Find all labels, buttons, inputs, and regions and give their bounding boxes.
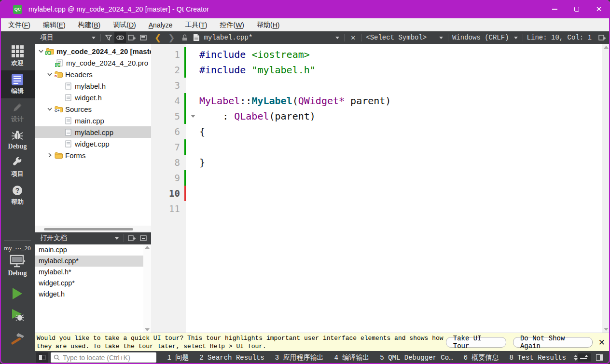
close-document-button[interactable]: ✕ [347,34,360,41]
close-pane-icon [140,235,147,241]
project-tree: Qt my_code_2024_4_20 [master] Qt my_code… [35,44,151,226]
menu-help[interactable]: 帮助(H) [250,18,286,31]
tree-item-sources[interactable]: C+ Sources [35,103,151,115]
filter-button[interactable] [103,32,114,43]
split-pane-button[interactable] [126,32,138,43]
code-line: 11 [151,201,602,216]
menu-file[interactable]: 文件(F) [2,18,37,31]
doc-item-main-cpp[interactable]: main.cpp [35,244,143,256]
tree-item-project-root[interactable]: Qt my_code_2024_4_20 [master] [35,45,151,57]
code-line: 3 [151,78,602,93]
open-documents-title[interactable]: 打开文档 [40,234,112,243]
lock-icon[interactable] [181,34,188,41]
output-pane-summary[interactable]: 6 概要信息 [464,353,499,362]
docs-scrollbar[interactable] [143,244,151,333]
fold-arrow-icon[interactable] [191,115,195,118]
wrench-icon [12,157,23,168]
tree-horizontal-scrollbar[interactable] [35,226,151,232]
mode-welcome[interactable]: 欢迎 [0,42,35,70]
tree-item-main-cpp[interactable]: main.cpp [35,115,151,126]
tree-item-mylabel-cpp[interactable]: mylabel.cpp [35,126,151,138]
menu-tools[interactable]: 工具(T) [179,18,214,31]
menu-build[interactable]: 构建(B) [72,18,107,31]
split-editor-button[interactable] [596,32,608,43]
take-ui-tour-button[interactable]: Take UI Tour [446,337,506,348]
output-pane-issues[interactable]: 1 问题 [167,353,189,362]
split-pane-button[interactable] [126,233,138,243]
run-button[interactable] [13,288,22,299]
doc-item-mylabel-cpp[interactable]: mylabel.cpp* [35,256,143,267]
go-back-button[interactable]: ❮ [151,33,165,42]
menu-window[interactable]: 控件(W) [213,18,250,31]
chevron-down-icon[interactable] [37,50,45,53]
toggle-left-sidebar-button[interactable] [36,352,48,363]
chevron-right-icon[interactable] [46,153,54,158]
tree-item-headers[interactable]: h Headers [35,68,151,80]
mode-help[interactable]: ? 帮助 [0,181,35,209]
scrollbar-thumb[interactable] [44,228,133,230]
maximize-button[interactable] [566,0,588,18]
title-bar: QC mylabel.cpp @ my_code_2024_4_20 [mast… [0,0,610,18]
close-notification-icon[interactable]: ✕ [598,337,605,347]
code-line: 1 #include <iostream> [151,47,602,62]
filter-icon [105,35,112,41]
doc-item-widget-h[interactable]: widget.h [35,289,143,300]
build-hammer-icon [10,331,25,346]
locator-input[interactable] [62,353,153,362]
toggle-right-sidebar-button[interactable] [596,354,603,361]
current-document-name[interactable]: mylabel.cpp* [202,34,255,41]
line-ending-selector[interactable]: Windows (CRLF) [450,34,511,41]
output-pane-application-output[interactable]: 3 应用程序输出 [275,353,324,362]
doc-item-widget-cpp[interactable]: widget.cpp* [35,278,143,289]
kit-selector[interactable] [9,254,26,269]
document-icon [193,34,200,41]
debug-run-button[interactable] [10,308,25,324]
mode-projects[interactable]: 项目 [0,153,35,181]
output-pane-compile-output[interactable]: 4 编译输出 [334,353,370,362]
scroll-down-icon[interactable] [604,328,609,331]
scroll-down-icon[interactable] [145,328,150,331]
projects-pane-title[interactable]: 项目 [40,33,89,42]
doc-item-mylabel-h[interactable]: mylabel.h* [35,267,143,278]
editor-toolbar: ❮ ❯ mylabel.cpp* ✕ <Select Symbol> Windo… [151,31,610,44]
build-button[interactable] [10,331,25,348]
scroll-up-icon[interactable] [604,46,609,49]
mode-edit[interactable]: 编辑 [0,70,35,98]
ui-tour-notification: Would you like to take a quick UI tour? … [35,333,610,351]
sync-with-editor-button[interactable] [114,32,126,43]
close-pane-button[interactable] [138,32,149,43]
chevron-down-icon[interactable] [46,73,54,76]
close-button[interactable]: ✕ [588,0,610,18]
output-pane-qml-debugger[interactable]: 5 QML Debugger Co… [380,354,453,362]
pane-dropdown-icon[interactable] [92,37,96,39]
chevron-down-icon[interactable] [46,108,54,111]
code-editor[interactable]: 1 #include <iostream> 2 #include "mylabe… [151,44,610,333]
line-ending-dropdown-icon[interactable] [514,37,518,39]
toggle-progress-details-button[interactable] [578,353,591,362]
editor-scrollbar[interactable] [602,44,610,333]
tree-item-forms[interactable]: Forms [35,149,151,161]
tree-item-widget-cpp[interactable]: widget.cpp [35,138,151,149]
mode-debug[interactable]: Debug [0,126,35,153]
pencil-icon [12,102,23,113]
status-bar: 1 问题 2 Search Results 3 应用程序输出 4 编译输出 5 … [35,351,610,364]
menu-analyze[interactable]: Analyze [142,18,179,31]
tree-item-mylabel-h[interactable]: mylabel.h [35,80,151,92]
pane-dropdown-icon[interactable] [115,237,119,240]
tree-item-pro-file[interactable]: Qt my_code_2024_4_20.pro [35,57,151,68]
scroll-up-icon[interactable] [145,246,150,249]
output-pane-test-results[interactable]: 8 Test Results [509,354,566,362]
output-pane-menu-icon[interactable] [574,355,578,361]
close-pane-button[interactable] [138,233,149,243]
menu-edit[interactable]: 编辑(E) [37,18,72,31]
go-forward-button[interactable]: ❯ [165,33,178,42]
do-not-show-again-button[interactable]: Do Not Show Again [513,337,593,348]
document-dropdown-icon[interactable] [335,37,339,39]
output-pane-search-results[interactable]: 2 Search Results [199,354,264,362]
menu-debug[interactable]: 调试(D) [107,18,142,31]
folder-icon [54,152,63,159]
minimize-button[interactable] [543,0,566,18]
tree-item-widget-h[interactable]: widget.h [35,92,151,103]
open-documents-list: main.cpp mylabel.cpp* mylabel.h* widget.… [35,244,151,333]
symbol-selector[interactable]: <Select Symbol> [364,34,446,41]
